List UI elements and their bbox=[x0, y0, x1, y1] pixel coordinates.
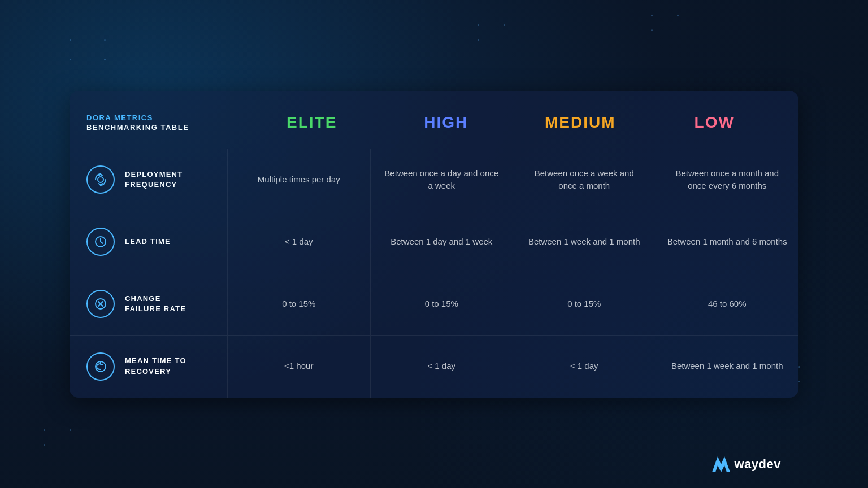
mean-time-recovery-label: MEAN TIME TORECOVERY bbox=[125, 356, 186, 376]
svg-point-0 bbox=[98, 177, 103, 182]
metric-cell-lead-time: LEAD TIME bbox=[70, 211, 228, 273]
lead-time-label: LEAD TIME bbox=[125, 237, 171, 247]
change-failure-rate-high: 0 to 15% bbox=[371, 273, 514, 335]
deployment-frequency-elite: Multiple times per day bbox=[228, 149, 371, 211]
waydev-logo-icon bbox=[712, 456, 730, 472]
metric-cell-change-failure-rate: CHANGEFAILURE RATE bbox=[70, 273, 228, 335]
bench-label: BENCHMARKING TABLE bbox=[86, 123, 245, 132]
table-header: DORA METRICS BENCHMARKING TABLE ELITE HI… bbox=[70, 91, 798, 149]
waydev-logo-text: waydev bbox=[735, 457, 782, 472]
mean-time-recovery-medium: < 1 day bbox=[513, 336, 656, 398]
row-mean-time-recovery: MEAN TIME TORECOVERY <1 hour < 1 day < 1… bbox=[70, 336, 798, 398]
logo-area: waydev bbox=[712, 456, 782, 472]
deployment-frequency-medium: Between once a week and once a month bbox=[513, 149, 656, 211]
mean-time-recovery-low: Between 1 week and 1 month bbox=[656, 336, 799, 398]
column-header-medium: MEDIUM bbox=[513, 108, 648, 137]
change-failure-rate-label: CHANGEFAILURE RATE bbox=[125, 294, 186, 314]
lead-time-icon bbox=[86, 228, 115, 256]
dora-metrics-table: DORA METRICS BENCHMARKING TABLE ELITE HI… bbox=[70, 91, 798, 398]
deployment-frequency-low: Between once a month and once every 6 mo… bbox=[656, 149, 799, 211]
change-failure-rate-low: 46 to 60% bbox=[656, 273, 799, 335]
lead-time-elite: < 1 day bbox=[228, 211, 371, 273]
change-failure-rate-elite: 0 to 15% bbox=[228, 273, 371, 335]
mean-time-recovery-high: < 1 day bbox=[371, 336, 514, 398]
change-failure-rate-icon bbox=[86, 290, 115, 318]
deployment-frequency-high: Between once a day and once a week bbox=[371, 149, 514, 211]
lead-time-high: Between 1 day and 1 week bbox=[371, 211, 514, 273]
svg-marker-8 bbox=[712, 456, 730, 472]
footer: waydev bbox=[712, 450, 795, 472]
change-failure-rate-medium: 0 to 15% bbox=[513, 273, 656, 335]
metric-cell-deployment-frequency: DEPLOYMENTFREQUENCY bbox=[70, 149, 228, 211]
deployment-frequency-icon bbox=[86, 165, 115, 194]
column-header-high: HIGH bbox=[379, 108, 514, 137]
row-deployment-frequency: DEPLOYMENTFREQUENCY Multiple times per d… bbox=[70, 149, 798, 211]
lead-time-medium: Between 1 week and 1 month bbox=[513, 211, 656, 273]
table-title: DORA METRICS BENCHMARKING TABLE bbox=[86, 108, 245, 137]
mean-time-recovery-icon bbox=[86, 352, 115, 381]
column-header-low: LOW bbox=[648, 108, 782, 137]
dora-label: DORA METRICS bbox=[86, 114, 245, 122]
deployment-frequency-label: DEPLOYMENTFREQUENCY bbox=[125, 169, 183, 190]
lead-time-low: Between 1 month and 6 months bbox=[656, 211, 799, 273]
svg-line-3 bbox=[101, 242, 103, 243]
column-header-elite: ELITE bbox=[245, 108, 379, 137]
row-change-failure-rate: CHANGEFAILURE RATE 0 to 15% 0 to 15% 0 t… bbox=[70, 273, 798, 336]
row-lead-time: LEAD TIME < 1 day Between 1 day and 1 we… bbox=[70, 211, 798, 273]
mean-time-recovery-elite: <1 hour bbox=[228, 336, 371, 398]
metric-cell-mean-time-recovery: MEAN TIME TORECOVERY bbox=[70, 336, 228, 398]
